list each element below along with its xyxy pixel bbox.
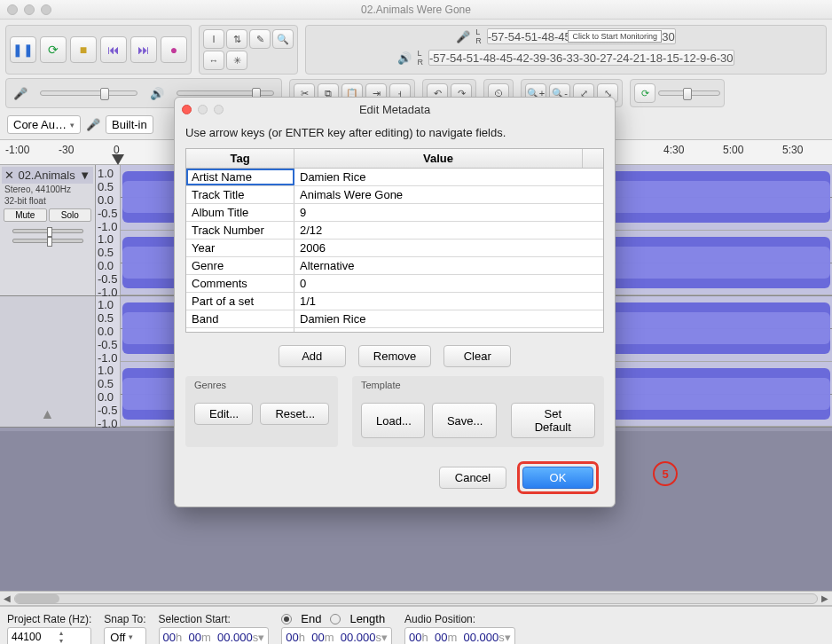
- pan-slider[interactable]: [12, 239, 83, 243]
- close-icon[interactable]: [7, 4, 18, 15]
- play-speed-slider[interactable]: [658, 90, 720, 96]
- cancel-button[interactable]: Cancel: [439, 467, 506, 489]
- play-speed-icon[interactable]: ⟳: [634, 83, 655, 103]
- transport-toolbar: ❚❚ ⟳ ■ ⏮ ⏭ ● I ⇅ ✎ 🔍 ↔ ✳ 🎤 LR -57-54-51-…: [0, 20, 832, 76]
- set-default-button[interactable]: Set Default: [511, 403, 595, 438]
- table-row[interactable]: Artist NameDamien Rice: [186, 169, 603, 186]
- value-cell[interactable]: Damien Rice: [294, 169, 603, 185]
- remove-button[interactable]: Remove: [358, 345, 431, 367]
- solo-button[interactable]: Solo: [49, 208, 92, 222]
- table-row[interactable]: Track Number2/12: [186, 222, 603, 240]
- pause-button[interactable]: ❚❚: [10, 36, 36, 63]
- scrollbar-track[interactable]: [14, 593, 818, 604]
- snap-to-label: Snap To:: [104, 613, 145, 625]
- minimize-icon[interactable]: [24, 4, 35, 15]
- dialog-title: Edit Metadata: [175, 103, 615, 116]
- tools-palette: I ⇅ ✎ 🔍 ↔ ✳: [199, 25, 298, 75]
- amplitude-scale: 1.00.50.0-0.5-1.0: [96, 231, 121, 296]
- value-header[interactable]: Value: [294, 149, 582, 168]
- mute-button[interactable]: Mute: [4, 208, 47, 222]
- tag-cell[interactable]: Part of a set: [186, 293, 294, 310]
- selection-end-input[interactable]: 00h 00m 00.000s▾: [281, 627, 392, 644]
- tag-cell[interactable]: Band: [186, 310, 294, 327]
- value-cell[interactable]: Damien Rice: [294, 310, 603, 327]
- playback-volume-slider[interactable]: [177, 90, 274, 96]
- scroll-right-icon[interactable]: ▶: [818, 593, 832, 603]
- table-row[interactable]: [186, 328, 603, 332]
- monitor-prompt[interactable]: Click to Start Monitoring: [568, 30, 662, 43]
- collapse-icon[interactable]: ▲: [2, 406, 93, 422]
- header-spacer: [582, 149, 603, 168]
- value-cell[interactable]: 9: [294, 204, 603, 221]
- ruler-mark: 5:00: [723, 144, 743, 156]
- close-track-icon[interactable]: ✕: [4, 169, 14, 182]
- track-name[interactable]: 02.Animals: [18, 169, 75, 182]
- speaker-icon: 🔊: [150, 87, 164, 100]
- recording-volume-slider[interactable]: [40, 90, 137, 96]
- track-menu-icon[interactable]: ▼: [79, 169, 90, 182]
- stop-button[interactable]: ■: [70, 36, 97, 63]
- multi-tool-icon[interactable]: ✳: [226, 51, 247, 70]
- tag-cell[interactable]: [186, 328, 294, 332]
- table-row[interactable]: Year2006: [186, 240, 603, 257]
- skip-end-button[interactable]: ⏭: [130, 36, 157, 63]
- table-header: Tag Value: [186, 149, 603, 169]
- value-cell[interactable]: 2/12: [294, 222, 603, 239]
- table-row[interactable]: GenreAlternative: [186, 257, 603, 275]
- zoom-tool-icon[interactable]: 🔍: [272, 29, 294, 49]
- table-row[interactable]: Track TitleAnimals Were Gone: [186, 186, 603, 204]
- reset-genres-button[interactable]: Reset...: [260, 403, 329, 425]
- tag-cell[interactable]: Artist Name: [186, 169, 294, 185]
- save-template-button[interactable]: Save...: [432, 403, 497, 438]
- window-title: 02.Animals Were Gone: [0, 4, 832, 16]
- ok-button[interactable]: OK: [522, 467, 593, 489]
- play-button[interactable]: ⟳: [40, 36, 67, 63]
- tag-cell[interactable]: Year: [186, 240, 294, 256]
- tag-cell[interactable]: Genre: [186, 257, 294, 274]
- audio-position-label: Audio Position:: [404, 613, 515, 625]
- end-radio[interactable]: [281, 614, 292, 624]
- scrollbar-thumb[interactable]: [15, 594, 59, 603]
- horizontal-scrollbar[interactable]: ◀ ▶: [0, 591, 832, 605]
- envelope-tool-icon[interactable]: ⇅: [226, 29, 247, 49]
- edit-genres-button[interactable]: Edit...: [194, 403, 253, 425]
- tag-cell[interactable]: Track Number: [186, 222, 294, 239]
- value-cell[interactable]: 1/1: [294, 293, 603, 310]
- recording-device-select[interactable]: Built-in: [106, 115, 153, 134]
- tag-cell[interactable]: Comments: [186, 275, 294, 292]
- selection-tool-icon[interactable]: I: [203, 29, 224, 49]
- table-row[interactable]: Comments0: [186, 275, 603, 293]
- tag-cell[interactable]: Album Title: [186, 204, 294, 221]
- add-button[interactable]: Add: [279, 345, 346, 367]
- scroll-left-icon[interactable]: ◀: [0, 593, 14, 603]
- table-row[interactable]: BandDamien Rice: [186, 310, 603, 328]
- audio-host-select[interactable]: Core Au…▾: [7, 115, 81, 134]
- playhead-icon[interactable]: [112, 154, 124, 165]
- gain-slider[interactable]: [12, 229, 83, 233]
- timeshift-tool-icon[interactable]: ↔: [203, 51, 224, 70]
- value-cell[interactable]: Alternative: [294, 257, 603, 274]
- clear-button[interactable]: Clear: [443, 345, 511, 367]
- recording-meter[interactable]: -57-54-51-48-45-42 Click to Start Monito…: [487, 28, 676, 44]
- audio-position-input[interactable]: 00h 00m 00.000s▾: [404, 627, 515, 644]
- value-cell[interactable]: Animals Were Gone: [294, 186, 603, 203]
- skip-start-button[interactable]: ⏮: [100, 36, 127, 63]
- load-template-button[interactable]: Load...: [361, 403, 425, 438]
- tag-header[interactable]: Tag: [186, 149, 294, 168]
- project-rate-input[interactable]: ▴▾: [7, 627, 91, 644]
- dialog-bottom-buttons: Cancel OK: [175, 461, 599, 494]
- table-row[interactable]: Album Title9: [186, 204, 603, 222]
- playback-meter[interactable]: -57-54-51-48-45-42-39-36-33-30-27-24-21-…: [428, 50, 734, 66]
- length-radio[interactable]: [330, 614, 341, 624]
- record-button[interactable]: ●: [161, 36, 187, 63]
- tag-cell[interactable]: Track Title: [186, 186, 294, 203]
- mic-icon: 🎤: [13, 87, 27, 100]
- value-cell[interactable]: 0: [294, 275, 603, 292]
- draw-tool-icon[interactable]: ✎: [249, 29, 271, 49]
- table-row[interactable]: Part of a set1/1: [186, 293, 603, 310]
- snap-to-select[interactable]: Off▾: [104, 627, 145, 644]
- selection-start-input[interactable]: 00h 00m 00.000s▾: [159, 627, 270, 644]
- zoom-icon[interactable]: [41, 4, 51, 15]
- value-cell[interactable]: [294, 328, 603, 332]
- value-cell[interactable]: 2006: [294, 240, 603, 256]
